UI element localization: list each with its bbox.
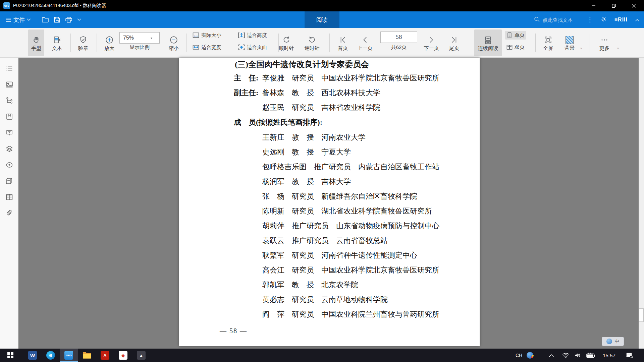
kebab-menu-icon[interactable]: ⋮ — [587, 17, 593, 23]
ime-ball-icon[interactable] — [525, 349, 535, 362]
annotation-icon[interactable] — [5, 128, 14, 137]
scrollbar-thumb[interactable] — [639, 308, 644, 322]
hand-tool-button[interactable]: 手型 — [28, 29, 44, 56]
member-row: 袁跃云推广研究员云南省畜牧总站 — [179, 236, 480, 246]
attachment-icon[interactable] — [5, 208, 14, 218]
file-menu[interactable]: 文件 — [5, 16, 31, 24]
vertical-scrollbar[interactable] — [639, 58, 644, 349]
ratio-dropdown-icon[interactable]: ▾ — [151, 36, 152, 40]
page-number-input[interactable] — [381, 32, 417, 43]
bookmark-icon[interactable] — [5, 112, 14, 121]
fit-width-button[interactable]: 适合宽度 — [191, 43, 223, 52]
language-indicator[interactable]: CH — [514, 349, 524, 362]
single-page-button[interactable]: 单页 — [505, 31, 526, 40]
search-input[interactable] — [543, 17, 580, 23]
chevron-down-icon — [27, 18, 31, 21]
rotate-cw-button[interactable]: 顺时针 — [276, 29, 297, 56]
taskbar-word-button[interactable]: W — [23, 349, 42, 362]
rotate-counterclockwise-icon — [308, 36, 316, 44]
text-select-button[interactable]: 文本 — [49, 29, 65, 56]
document-page[interactable]: (三)全国肉牛遗传改良计划专家委员会 主 任: 李俊雅研究员中国农业科学院北京畜… — [179, 58, 480, 346]
member-row: 郭凯军教 授北京农学院 — [179, 280, 480, 290]
taskbar-ofd-button[interactable]: OFD — [60, 349, 78, 362]
zoom-ratio-input[interactable] — [120, 35, 149, 41]
notification-center-icon[interactable] — [623, 349, 635, 362]
doc-leader-row: 主 任: 李俊雅研究员中国农业科学院北京畜牧兽医研究所 — [179, 73, 480, 83]
fullscreen-icon — [544, 36, 552, 44]
thumbnails-icon[interactable] — [5, 80, 14, 89]
wifi-icon[interactable] — [561, 349, 571, 362]
collapse-ribbon-icon[interactable] — [635, 17, 639, 23]
taskbar-explorer-button[interactable] — [78, 349, 96, 362]
clock[interactable]: 15:57 — [598, 349, 620, 362]
battery-icon[interactable] — [585, 349, 597, 362]
settings-gear-icon[interactable] — [600, 16, 607, 24]
zoom-out-button[interactable]: 缩小 — [166, 29, 182, 56]
zoom-ratio-box[interactable]: ▾ — [119, 32, 160, 44]
page-total-label: 共62页 — [380, 44, 417, 51]
toolbar-collapse-icon[interactable] — [77, 18, 81, 21]
zoom-in-button[interactable]: 放大 — [101, 29, 117, 56]
taskbar-app-button[interactable]: ▲ — [132, 349, 150, 362]
member-row: 包呼格吉乐图推广研究员内蒙古自治区畜牧工作站 — [179, 162, 480, 172]
first-page-button[interactable]: 首页 — [335, 29, 351, 56]
outline-toc-icon[interactable] — [5, 64, 14, 73]
next-page-button[interactable]: 下一页 — [421, 29, 441, 56]
fit-page-button[interactable]: 适合页面 — [237, 43, 268, 52]
more-button[interactable]: 更多 — [594, 29, 614, 56]
ime-mode-icon[interactable]: 中 — [615, 339, 620, 345]
tray-chevron-up-icon[interactable] — [547, 349, 556, 362]
verify-seal-button[interactable]: 验章 — [75, 29, 91, 56]
file-menu-label: 文件 — [13, 16, 25, 24]
fullscreen-button[interactable]: 全屏 — [539, 29, 557, 56]
taskbar-app-button[interactable]: ◆ — [114, 349, 132, 362]
search-box[interactable] — [534, 16, 580, 24]
open-file-button[interactable] — [42, 16, 49, 23]
minus-circle-icon — [169, 36, 178, 44]
window-title: P020210428550841146403.ofd - 数科阅读器 — [13, 3, 106, 9]
hamburger-icon — [5, 17, 11, 22]
brand-logo: ≡RIII — [614, 17, 628, 23]
print-button[interactable] — [65, 16, 72, 23]
ime-globe-icon[interactable] — [606, 339, 612, 344]
start-button[interactable] — [0, 349, 21, 362]
restore-button[interactable] — [604, 0, 624, 11]
taskbar-pdf-button[interactable]: A — [96, 349, 114, 362]
close-button[interactable] — [624, 0, 644, 11]
save-button[interactable] — [54, 16, 60, 23]
fit-width-icon — [193, 44, 199, 50]
plus-circle-icon — [105, 36, 114, 44]
tab-read[interactable]: 阅读 — [305, 11, 339, 28]
rotate-ccw-button[interactable]: 逆时针 — [302, 29, 322, 56]
structure-tree-icon[interactable] — [5, 96, 14, 105]
continuous-read-button[interactable]: 连续阅读 — [474, 29, 502, 56]
zoom-ratio-label: 显示比例 — [119, 44, 160, 51]
volume-icon[interactable] — [573, 349, 583, 362]
chevron-right-icon — [427, 36, 436, 44]
last-page-button[interactable]: 尾页 — [446, 29, 462, 56]
page-folio: — 58 — — [220, 327, 247, 335]
background-swatch-icon — [566, 36, 574, 44]
member-row: 耿繁军研究员河南省种牛遗传性能测定中心 — [179, 250, 480, 260]
seal-signature-icon[interactable] — [5, 160, 14, 170]
search-icon — [534, 16, 540, 24]
taskbar-edge-button[interactable]: e — [42, 349, 60, 362]
fit-height-button[interactable]: 适合高度 — [237, 31, 268, 40]
double-page-button[interactable]: 双页 — [505, 43, 526, 52]
pdf-acrobat-icon: A — [101, 351, 109, 360]
single-page-icon — [506, 32, 513, 38]
snapshots-icon[interactable] — [5, 176, 14, 186]
notes-icon[interactable] — [5, 192, 14, 202]
title-bar: OFD P020210428550841146403.ofd - 数科阅读器 — [0, 0, 644, 11]
minimize-button[interactable] — [584, 0, 604, 11]
member-row: 黄必志研究员云南草地动物科学院 — [179, 295, 480, 305]
prev-page-button[interactable]: 上一页 — [355, 29, 375, 56]
layers-icon[interactable] — [5, 144, 14, 154]
chevron-left-icon — [361, 36, 369, 44]
background-button[interactable]: 背景 — [561, 29, 578, 56]
ime-floating-bar[interactable]: 中 — [602, 337, 624, 346]
background-dropdown-icon[interactable]: ˅ — [580, 47, 582, 50]
more-dropdown-icon[interactable]: ˅ — [617, 47, 619, 50]
page-number-box[interactable] — [380, 32, 417, 43]
actual-size-button[interactable]: 1:1 实际大小 — [191, 31, 223, 40]
